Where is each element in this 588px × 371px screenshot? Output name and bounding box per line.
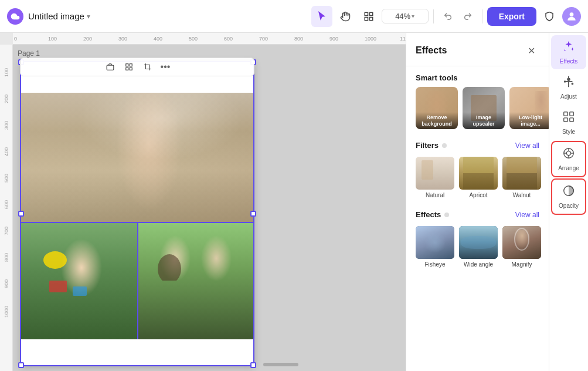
svg-point-13 (564, 80, 566, 83)
layout-tool-button[interactable] (358, 6, 379, 27)
page-label: Page 1 (18, 49, 40, 58)
align-button[interactable] (121, 59, 137, 75)
ruler-mark-100: 100 (48, 36, 57, 42)
filter-walnut-thumb (502, 157, 541, 190)
svg-rect-16 (570, 112, 573, 116)
arrange-label: Arrange (558, 165, 579, 171)
opacity-label: Opacity (559, 203, 579, 209)
image-girl[interactable] (20, 222, 137, 339)
filters-grid: Natural Apricot Walnut › (406, 154, 549, 205)
adjust-panel-button[interactable]: Adjust (551, 70, 586, 104)
svg-rect-17 (564, 118, 567, 122)
image-kids[interactable] (137, 222, 254, 339)
ruler-v-mark-600: 600 (4, 200, 9, 209)
right-panel: Effects Adjust Style Arran (549, 33, 588, 371)
close-effects-button[interactable]: ✕ (523, 42, 539, 59)
filter-walnut-label: Walnut (513, 192, 531, 198)
effects-panel-title: Effects (416, 45, 447, 56)
select-tool-button[interactable] (311, 6, 332, 27)
effects-inner-grid: Fisheye Wide angle Magnify › (406, 224, 549, 275)
svg-rect-15 (564, 112, 567, 116)
ruler-v-mark-500: 500 (4, 174, 9, 183)
arrange-panel-button[interactable]: Arrange (551, 141, 586, 177)
ruler-mark-800: 800 (294, 36, 303, 42)
effect-magnify[interactable]: Magnify (502, 226, 541, 268)
filter-natural[interactable]: Natural (416, 157, 454, 198)
filters-view-all-button[interactable]: View all (515, 141, 539, 150)
filter-walnut[interactable]: Walnut (502, 157, 541, 198)
app-logo (7, 8, 23, 25)
smart-card-remove-bg[interactable]: Remove background (416, 87, 458, 129)
selection-toolbar: ••• (20, 58, 254, 76)
svg-point-20 (566, 151, 570, 155)
svg-rect-1 (369, 12, 372, 15)
upscaler-label: Image upscaler (463, 112, 505, 129)
filter-apricot[interactable]: Apricot (459, 157, 498, 198)
export-button[interactable]: Export (487, 7, 536, 26)
more-options-button[interactable]: ••• (158, 62, 173, 72)
svg-rect-8 (130, 68, 132, 70)
ruler-v-mark-200: 200 (4, 95, 9, 103)
ruler-mark-1000: 1000 (365, 36, 376, 42)
effect-wide-label: Wide angle (464, 261, 493, 268)
filters-header: Filters View all (406, 136, 549, 154)
topbar: Untitled image ▾ 44% ▾ (0, 0, 588, 33)
zoom-control[interactable]: 44% ▾ (382, 9, 429, 23)
effects-panel-button[interactable]: Effects (551, 35, 586, 69)
user-avatar[interactable] (562, 7, 581, 26)
svg-rect-2 (369, 17, 372, 20)
svg-rect-9 (125, 68, 128, 70)
effect-magnify-label: Magnify (511, 261, 532, 268)
smart-card-lowlight[interactable]: Low-light image... (509, 87, 549, 129)
effects-scroll-arrow[interactable]: › (546, 226, 549, 259)
opacity-panel-button[interactable]: Opacity (551, 178, 586, 215)
ruler-mark-200: 200 (83, 36, 92, 42)
effect-fisheye[interactable]: Fisheye (416, 226, 454, 268)
ruler-mark-600: 600 (224, 36, 233, 42)
crop-button[interactable] (140, 59, 156, 75)
document-title-area[interactable]: Untitled image ▾ (28, 11, 90, 21)
ruler-mark-400: 400 (154, 36, 162, 42)
effects-inner-label: Effects (416, 210, 441, 219)
canvas-scrollbar[interactable] (263, 363, 298, 366)
effects-inner-title-area: Effects (416, 210, 449, 219)
filters-scroll-arrow[interactable]: › (546, 157, 549, 190)
image-woman-baby[interactable] (20, 93, 254, 222)
adjust-icon (562, 75, 575, 91)
toolbar-divider (433, 9, 434, 23)
zoom-chevron-icon: ▾ (412, 13, 414, 19)
effects-panel: Effects ✕ Smart tools Remove background … (406, 33, 549, 371)
ruler-v-mark-700: 700 (4, 227, 9, 235)
undo-button[interactable] (439, 7, 457, 26)
ruler-vertical: 100 200 300 400 500 600 700 800 900 1000 (0, 45, 13, 371)
svg-rect-6 (125, 64, 128, 66)
zoom-value: 44% (395, 12, 410, 21)
canvas-page[interactable] (20, 61, 254, 366)
toolbar-divider-2 (482, 9, 482, 23)
ruler-v-mark-400: 400 (4, 147, 9, 156)
filter-natural-thumb (416, 157, 454, 190)
ruler-v-mark-300: 300 (4, 121, 9, 130)
ruler-mark-300: 300 (118, 36, 127, 42)
arrange-icon (562, 147, 575, 163)
filters-dot (442, 143, 447, 148)
filter-apricot-label: Apricot (469, 192, 487, 198)
filter-natural-label: Natural (426, 192, 444, 198)
undo-redo-group (439, 7, 477, 26)
fit-selection-button[interactable] (102, 59, 118, 75)
smart-card-upscaler[interactable]: Image upscaler (463, 87, 505, 129)
filter-apricot-thumb (459, 157, 498, 190)
hand-tool-button[interactable] (335, 6, 356, 27)
shield-button[interactable] (539, 6, 560, 27)
svg-rect-3 (365, 17, 368, 20)
effect-magnify-thumb (502, 226, 541, 259)
style-label: Style (562, 129, 575, 135)
ruler-mark-500: 500 (189, 36, 198, 42)
redo-button[interactable] (458, 7, 477, 26)
smart-tools-section-title: Smart tools (406, 66, 549, 87)
effects-view-all-button[interactable]: View all (515, 211, 539, 219)
style-panel-button[interactable]: Style (551, 106, 586, 140)
effect-wide-angle[interactable]: Wide angle (459, 226, 498, 268)
effect-fisheye-label: Fisheye (424, 261, 445, 268)
svg-rect-5 (107, 65, 114, 70)
